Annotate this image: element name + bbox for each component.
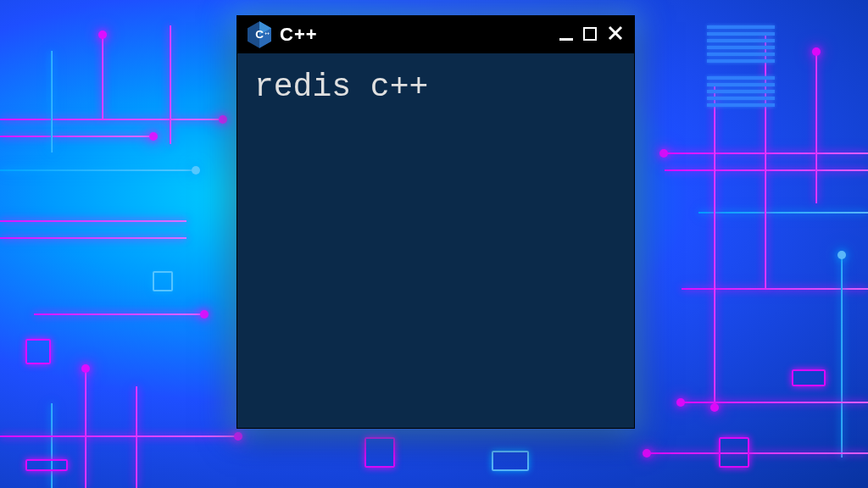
maximize-button[interactable] — [583, 25, 597, 44]
terminal-body[interactable]: redis c++ — [237, 53, 634, 120]
window-title: C++ — [280, 24, 318, 46]
window-titlebar[interactable]: C ++ C++ — [237, 16, 634, 53]
cpp-logo-icon: C ++ — [248, 21, 271, 48]
svg-text:C: C — [255, 28, 264, 41]
minimize-button[interactable] — [559, 25, 573, 44]
terminal-window: C ++ C++ redis c++ — [236, 15, 635, 429]
window-controls — [559, 25, 624, 45]
close-button[interactable] — [607, 25, 624, 45]
terminal-content: redis c++ — [254, 69, 617, 105]
svg-text:++: ++ — [264, 30, 270, 36]
